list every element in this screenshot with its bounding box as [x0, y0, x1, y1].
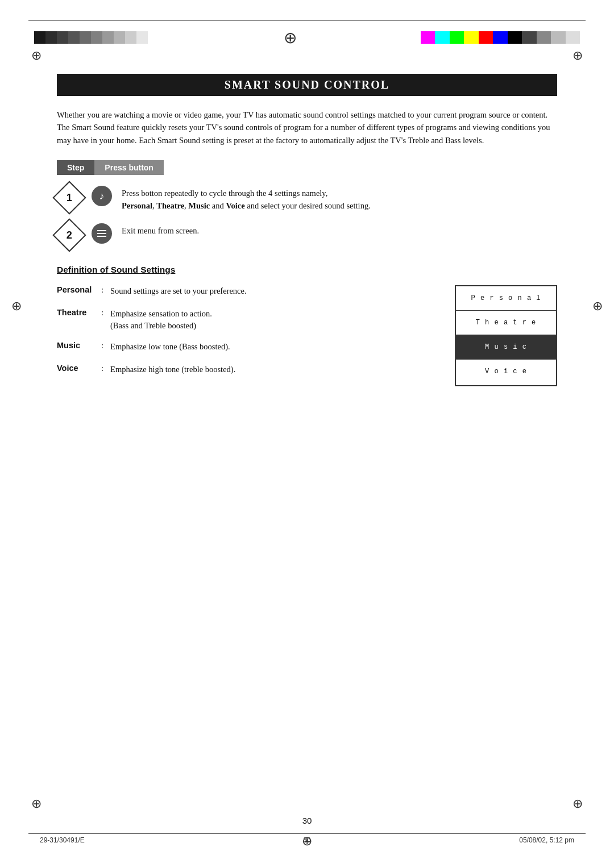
menu-panel-item-1: T h e a t r e: [456, 311, 556, 335]
top-color-bars: [0, 27, 614, 48]
svg-rect-0: [97, 230, 106, 231]
step-1-icon: ♪: [91, 185, 113, 207]
color-bar: [421, 31, 580, 44]
border-top: [28, 20, 586, 21]
def-sub-theatre: (Bass and Treble boosted): [110, 321, 212, 331]
step-column-header: Step: [57, 160, 94, 175]
step-digit-1: 1: [67, 192, 72, 204]
def-row-theatre: Theatre : Emphasize sensation to action.…: [57, 308, 438, 331]
crosshair-bottom-right: ⊕: [572, 796, 583, 811]
def-row-personal: Personal : Sound settings are set to you…: [57, 285, 438, 298]
def-desc-theatre-container: Emphasize sensation to action. (Bass and…: [110, 308, 212, 331]
crosshair-top-right: ⊕: [572, 48, 583, 63]
menu-icon: [92, 223, 112, 244]
def-desc-theatre: Emphasize sensation to action.: [110, 308, 212, 320]
definition-section: ⊕ ⊕ Definition of Sound Settings Persona…: [57, 265, 557, 386]
grayscale-bar: [34, 31, 159, 44]
diamond-2: 2: [52, 218, 86, 252]
def-row-music: Music : Emphasize low tone (Bass boosted…: [57, 341, 438, 353]
press-button-header: Press button: [94, 160, 164, 175]
main-content: Smart Sound Control Whether you are watc…: [57, 74, 557, 386]
music-note-icon: ♪: [92, 186, 112, 206]
menu-panel-item-0: P e r s o n a l: [456, 286, 556, 311]
center-crosshair: [280, 27, 300, 48]
intro-paragraph: Whether you are watching a movie or vide…: [57, 108, 557, 147]
def-desc-voice: Emphasize high tone (treble boosted).: [110, 364, 235, 376]
steps-container: 1 ♪ Press botton repeatedly to cycle thr…: [57, 185, 557, 248]
def-desc-personal: Sound settings are set to your preferenc…: [110, 285, 247, 298]
def-row-voice: Voice : Emphasize high tone (treble boos…: [57, 364, 438, 376]
def-term-music: Music: [57, 341, 97, 350]
def-term-personal: Personal: [57, 285, 97, 294]
def-desc-music: Emphasize low tone (Bass boosted).: [110, 341, 230, 353]
footer-crosshair: ⊕: [302, 834, 312, 849]
footer-right: 05/08/02, 5:12 pm: [519, 836, 574, 844]
definition-content: Personal : Sound settings are set to you…: [57, 285, 557, 386]
diamond-1: 1: [52, 181, 86, 215]
step-row-1: 1 ♪ Press botton repeatedly to cycle thr…: [57, 185, 557, 212]
menu-panel-item-3: V o i c e: [456, 360, 556, 383]
step-row-2: 2 Exit menu from screen.: [57, 223, 557, 248]
page-title: Smart Sound Control: [57, 74, 557, 96]
footer-left: 29-31/30491/E: [40, 836, 85, 844]
step-header-table: Step Press button: [57, 160, 164, 175]
step-digit-2: 2: [67, 229, 72, 241]
sound-menu-panel: P e r s o n a lT h e a t r eM u s i cV o…: [455, 285, 557, 386]
step-1-text: Press botton repeatedly to cycle through…: [122, 185, 557, 212]
crosshair-bottom-left: ⊕: [31, 796, 42, 811]
step-2-text: Exit menu from screen.: [122, 223, 557, 237]
svg-rect-2: [97, 236, 106, 237]
definition-crosshair-left: ⊕: [11, 299, 22, 314]
page-number: 30: [302, 816, 312, 825]
definition-crosshair-right: ⊕: [592, 299, 603, 314]
menu-panel-item-2: M u s i c: [456, 335, 556, 360]
step-number-2: 2: [57, 223, 82, 248]
crosshair-top-left: ⊕: [31, 48, 42, 63]
svg-rect-1: [97, 233, 106, 234]
def-term-theatre: Theatre: [57, 308, 97, 317]
step-number-1: 1: [57, 185, 82, 210]
definition-list: Personal : Sound settings are set to you…: [57, 285, 438, 386]
definition-title: Definition of Sound Settings: [57, 265, 557, 275]
def-term-voice: Voice: [57, 364, 97, 373]
step-2-icon: [91, 223, 113, 244]
